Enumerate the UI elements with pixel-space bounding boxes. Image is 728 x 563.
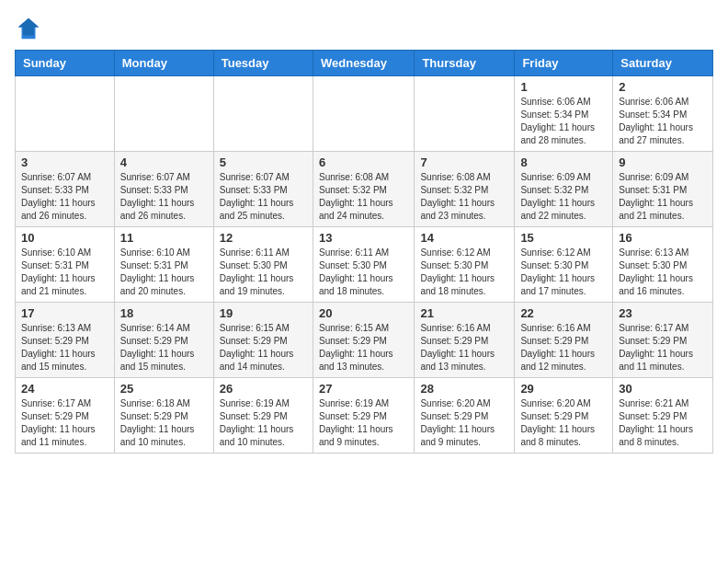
day-number: 13 (319, 231, 408, 245)
day-number: 8 (520, 155, 607, 169)
day-number: 6 (319, 155, 408, 169)
weekday-header-tuesday: Tuesday (213, 51, 313, 76)
day-number: 28 (420, 382, 508, 396)
day-info: Sunrise: 6:11 AM Sunset: 5:30 PM Dayligh… (319, 247, 408, 298)
calendar-cell: 23Sunrise: 6:17 AM Sunset: 5:29 PM Dayli… (613, 303, 713, 378)
day-info: Sunrise: 6:17 AM Sunset: 5:29 PM Dayligh… (619, 322, 707, 373)
calendar-cell: 7Sunrise: 6:08 AM Sunset: 5:32 PM Daylig… (415, 152, 515, 227)
day-number: 24 (21, 382, 108, 396)
day-info: Sunrise: 6:20 AM Sunset: 5:29 PM Dayligh… (520, 397, 607, 449)
day-number: 10 (21, 231, 108, 245)
day-info: Sunrise: 6:16 AM Sunset: 5:29 PM Dayligh… (420, 322, 508, 373)
day-number: 14 (420, 231, 508, 245)
day-number: 9 (619, 155, 707, 169)
calendar-table: SundayMondayTuesdayWednesdayThursdayFrid… (15, 50, 713, 454)
weekday-header-thursday: Thursday (415, 51, 515, 76)
calendar-cell: 22Sunrise: 6:16 AM Sunset: 5:29 PM Dayli… (515, 303, 613, 378)
day-info: Sunrise: 6:08 AM Sunset: 5:32 PM Dayligh… (319, 171, 408, 223)
calendar-cell: 6Sunrise: 6:08 AM Sunset: 5:32 PM Daylig… (313, 152, 414, 227)
calendar-cell: 19Sunrise: 6:15 AM Sunset: 5:29 PM Dayli… (213, 303, 313, 378)
day-number: 22 (520, 306, 607, 320)
day-number: 23 (619, 306, 707, 320)
weekday-header-sunday: Sunday (16, 51, 115, 76)
day-number: 27 (319, 382, 408, 396)
calendar-cell: 2Sunrise: 6:06 AM Sunset: 5:34 PM Daylig… (613, 76, 713, 152)
day-info: Sunrise: 6:19 AM Sunset: 5:29 PM Dayligh… (319, 397, 408, 449)
day-info: Sunrise: 6:19 AM Sunset: 5:29 PM Dayligh… (220, 397, 307, 449)
day-info: Sunrise: 6:15 AM Sunset: 5:29 PM Dayligh… (220, 322, 307, 373)
calendar-cell: 29Sunrise: 6:20 AM Sunset: 5:29 PM Dayli… (515, 378, 613, 454)
day-number: 20 (319, 306, 408, 320)
calendar-cell: 27Sunrise: 6:19 AM Sunset: 5:29 PM Dayli… (313, 378, 414, 454)
calendar-week-row: 1Sunrise: 6:06 AM Sunset: 5:34 PM Daylig… (16, 76, 713, 152)
calendar-cell (213, 76, 313, 152)
calendar-cell: 16Sunrise: 6:13 AM Sunset: 5:30 PM Dayli… (613, 227, 713, 303)
day-number: 3 (21, 155, 108, 169)
day-number: 11 (120, 231, 208, 245)
day-info: Sunrise: 6:07 AM Sunset: 5:33 PM Dayligh… (120, 171, 208, 223)
day-info: Sunrise: 6:15 AM Sunset: 5:29 PM Dayligh… (319, 322, 408, 373)
calendar-cell: 13Sunrise: 6:11 AM Sunset: 5:30 PM Dayli… (313, 227, 414, 303)
day-number: 16 (619, 231, 707, 245)
day-info: Sunrise: 6:13 AM Sunset: 5:30 PM Dayligh… (619, 247, 707, 298)
day-info: Sunrise: 6:16 AM Sunset: 5:29 PM Dayligh… (520, 322, 607, 373)
logo-icon (15, 15, 42, 42)
calendar-cell (114, 76, 213, 152)
day-info: Sunrise: 6:20 AM Sunset: 5:29 PM Dayligh… (420, 397, 508, 449)
calendar-cell: 21Sunrise: 6:16 AM Sunset: 5:29 PM Dayli… (415, 303, 515, 378)
day-info: Sunrise: 6:08 AM Sunset: 5:32 PM Dayligh… (420, 171, 508, 223)
day-number: 2 (619, 80, 707, 94)
weekday-header-monday: Monday (114, 51, 213, 76)
weekday-header-saturday: Saturday (613, 51, 713, 76)
calendar-cell: 4Sunrise: 6:07 AM Sunset: 5:33 PM Daylig… (114, 152, 213, 227)
day-number: 30 (619, 382, 707, 396)
calendar-cell (16, 76, 115, 152)
day-info: Sunrise: 6:14 AM Sunset: 5:29 PM Dayligh… (120, 322, 208, 373)
day-info: Sunrise: 6:10 AM Sunset: 5:31 PM Dayligh… (120, 247, 208, 298)
calendar-cell (313, 76, 414, 152)
day-info: Sunrise: 6:07 AM Sunset: 5:33 PM Dayligh… (21, 171, 108, 223)
day-number: 1 (520, 80, 607, 94)
day-number: 26 (220, 382, 307, 396)
day-number: 5 (220, 155, 307, 169)
day-info: Sunrise: 6:09 AM Sunset: 5:31 PM Dayligh… (619, 171, 707, 223)
calendar-cell (415, 76, 515, 152)
calendar-cell: 9Sunrise: 6:09 AM Sunset: 5:31 PM Daylig… (613, 152, 713, 227)
calendar-cell: 26Sunrise: 6:19 AM Sunset: 5:29 PM Dayli… (213, 378, 313, 454)
day-number: 19 (220, 306, 307, 320)
calendar-week-row: 17Sunrise: 6:13 AM Sunset: 5:29 PM Dayli… (16, 303, 713, 378)
logo (15, 15, 46, 42)
day-info: Sunrise: 6:12 AM Sunset: 5:30 PM Dayligh… (420, 247, 508, 298)
calendar-cell: 24Sunrise: 6:17 AM Sunset: 5:29 PM Dayli… (16, 378, 115, 454)
calendar-cell: 20Sunrise: 6:15 AM Sunset: 5:29 PM Dayli… (313, 303, 414, 378)
calendar-header-row: SundayMondayTuesdayWednesdayThursdayFrid… (16, 51, 713, 76)
calendar-week-row: 3Sunrise: 6:07 AM Sunset: 5:33 PM Daylig… (16, 152, 713, 227)
calendar-cell: 30Sunrise: 6:21 AM Sunset: 5:29 PM Dayli… (613, 378, 713, 454)
day-number: 29 (520, 382, 607, 396)
calendar-cell: 14Sunrise: 6:12 AM Sunset: 5:30 PM Dayli… (415, 227, 515, 303)
calendar-cell: 17Sunrise: 6:13 AM Sunset: 5:29 PM Dayli… (16, 303, 115, 378)
day-number: 4 (120, 155, 208, 169)
calendar-cell: 11Sunrise: 6:10 AM Sunset: 5:31 PM Dayli… (114, 227, 213, 303)
weekday-header-wednesday: Wednesday (313, 51, 414, 76)
calendar-cell: 8Sunrise: 6:09 AM Sunset: 5:32 PM Daylig… (515, 152, 613, 227)
calendar-cell: 25Sunrise: 6:18 AM Sunset: 5:29 PM Dayli… (114, 378, 213, 454)
day-info: Sunrise: 6:21 AM Sunset: 5:29 PM Dayligh… (619, 397, 707, 449)
calendar-cell: 3Sunrise: 6:07 AM Sunset: 5:33 PM Daylig… (16, 152, 115, 227)
calendar-cell: 28Sunrise: 6:20 AM Sunset: 5:29 PM Dayli… (415, 378, 515, 454)
day-info: Sunrise: 6:06 AM Sunset: 5:34 PM Dayligh… (619, 96, 707, 147)
day-info: Sunrise: 6:11 AM Sunset: 5:30 PM Dayligh… (220, 247, 307, 298)
day-info: Sunrise: 6:17 AM Sunset: 5:29 PM Dayligh… (21, 397, 108, 449)
calendar-cell: 15Sunrise: 6:12 AM Sunset: 5:30 PM Dayli… (515, 227, 613, 303)
day-number: 18 (120, 306, 208, 320)
day-number: 12 (220, 231, 307, 245)
calendar-cell: 18Sunrise: 6:14 AM Sunset: 5:29 PM Dayli… (114, 303, 213, 378)
day-info: Sunrise: 6:07 AM Sunset: 5:33 PM Dayligh… (220, 171, 307, 223)
page-header (15, 15, 713, 42)
calendar-week-row: 10Sunrise: 6:10 AM Sunset: 5:31 PM Dayli… (16, 227, 713, 303)
day-info: Sunrise: 6:12 AM Sunset: 5:30 PM Dayligh… (520, 247, 607, 298)
calendar-week-row: 24Sunrise: 6:17 AM Sunset: 5:29 PM Dayli… (16, 378, 713, 454)
weekday-header-friday: Friday (515, 51, 613, 76)
day-info: Sunrise: 6:10 AM Sunset: 5:31 PM Dayligh… (21, 247, 108, 298)
calendar-cell: 10Sunrise: 6:10 AM Sunset: 5:31 PM Dayli… (16, 227, 115, 303)
